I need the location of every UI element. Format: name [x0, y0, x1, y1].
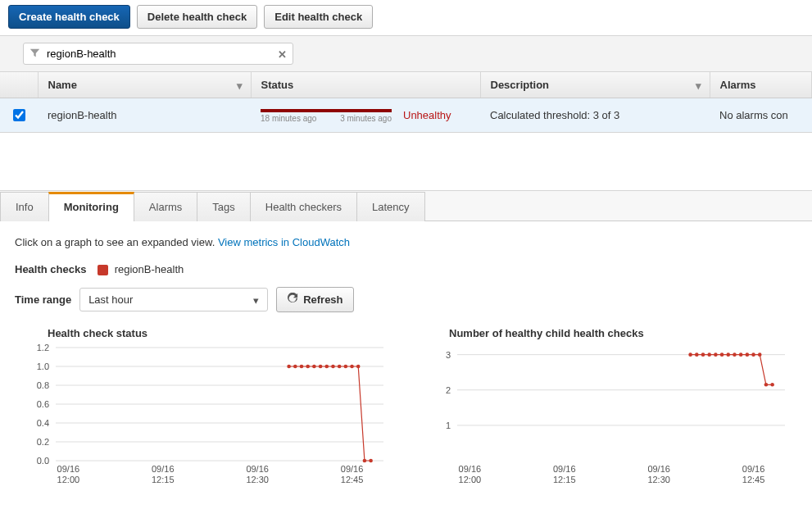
svg-text:0.2: 0.2: [37, 437, 49, 447]
svg-text:09/16: 09/16: [341, 464, 364, 474]
chart-block: Number of healthy child health checks123…: [416, 327, 793, 490]
time-range-controls: Time range Last hour ▾ Refresh: [15, 287, 797, 312]
col-header-description-label: Description: [491, 79, 550, 91]
svg-text:12:15: 12:15: [152, 475, 175, 484]
col-header-name-label: Name: [48, 79, 77, 91]
tab-tags[interactable]: Tags: [197, 192, 250, 221]
svg-text:12:00: 12:00: [57, 475, 80, 484]
monitoring-hint-text: Click on a graph to see an expanded view…: [15, 236, 215, 248]
svg-point-24: [300, 365, 304, 369]
chart[interactable]: 12309/1612:0009/1612:1509/1612:3009/1612…: [416, 343, 793, 490]
sort-caret-icon[interactable]: ▾: [696, 79, 701, 91]
legend-swatch-icon: [98, 265, 108, 275]
svg-text:09/16: 09/16: [742, 464, 765, 474]
chart-title: Health check status: [48, 327, 392, 339]
col-header-alarms[interactable]: Alarms: [710, 72, 812, 98]
refresh-label: Refresh: [303, 293, 342, 306]
tab-health-checkers[interactable]: Health checkers: [250, 192, 357, 221]
svg-point-32: [350, 365, 354, 369]
svg-point-52: [701, 352, 705, 357]
col-header-alarms-label: Alarms: [720, 79, 756, 91]
row-name: regionB-health: [38, 98, 251, 133]
detail-panel: InfoMonitoringAlarmsTagsHealth checkersL…: [0, 190, 812, 515]
svg-point-53: [707, 352, 711, 357]
timerange-select[interactable]: Last hour ▾: [79, 288, 268, 311]
svg-point-60: [751, 352, 755, 357]
tab-monitoring[interactable]: Monitoring: [48, 192, 134, 221]
svg-point-63: [770, 383, 774, 387]
health-checks-table: Name ▾ Status Description ▾ Alarms regio…: [0, 72, 812, 133]
row-alarms: No alarms con: [710, 98, 812, 133]
filter-icon: [29, 48, 40, 61]
col-header-status-label: Status: [261, 79, 294, 91]
svg-text:09/16: 09/16: [553, 464, 576, 474]
timerange-value: Last hour: [88, 293, 133, 306]
row-checkbox[interactable]: [13, 109, 25, 121]
filter-input-wrap: ✕: [23, 43, 293, 65]
svg-point-62: [764, 383, 769, 387]
svg-point-27: [319, 365, 323, 369]
col-header-status[interactable]: Status: [251, 72, 480, 98]
svg-text:09/16: 09/16: [647, 464, 670, 474]
svg-text:09/16: 09/16: [246, 464, 269, 474]
chart-block: Health check status0.00.20.40.60.81.01.2…: [15, 327, 392, 490]
svg-text:12:15: 12:15: [553, 475, 576, 484]
svg-point-22: [287, 365, 291, 369]
col-header-description[interactable]: Description ▾: [480, 72, 710, 98]
col-header-checkbox: [0, 72, 38, 98]
charts-row: Health check status0.00.20.40.60.81.01.2…: [15, 327, 797, 490]
tab-latency[interactable]: Latency: [356, 192, 425, 221]
svg-point-56: [726, 352, 730, 357]
monitoring-hint: Click on a graph to see an expanded view…: [15, 236, 797, 248]
svg-point-51: [695, 352, 699, 357]
svg-point-28: [324, 365, 329, 369]
timerange-label: Time range: [15, 293, 71, 306]
chevron-down-icon: ▾: [253, 293, 259, 306]
filter-input[interactable]: [23, 43, 293, 65]
svg-text:0.0: 0.0: [37, 456, 49, 466]
svg-point-35: [369, 459, 373, 463]
svg-point-34: [363, 459, 367, 463]
refresh-button[interactable]: Refresh: [276, 287, 353, 312]
refresh-icon: [287, 293, 298, 307]
svg-point-30: [338, 365, 342, 369]
svg-point-57: [733, 352, 737, 357]
edit-health-check-button[interactable]: Edit health check: [264, 5, 373, 29]
delete-health-check-button[interactable]: Delete health check: [137, 5, 257, 29]
svg-text:09/16: 09/16: [57, 464, 80, 474]
svg-text:12:45: 12:45: [341, 475, 364, 484]
svg-text:12:00: 12:00: [459, 475, 482, 484]
legend-item: regionB-health: [115, 263, 184, 275]
svg-point-61: [758, 352, 762, 357]
tab-info[interactable]: Info: [0, 192, 49, 221]
svg-point-23: [293, 365, 297, 369]
table-row[interactable]: regionB-health18 minutes ago3 minutes ag…: [0, 98, 812, 133]
chart-title: Number of healthy child health checks: [449, 327, 793, 339]
legend-label: Health checks: [15, 263, 86, 275]
svg-point-25: [306, 365, 310, 369]
svg-text:09/16: 09/16: [152, 464, 175, 474]
svg-text:1: 1: [446, 421, 451, 430]
clear-filter-icon[interactable]: ✕: [278, 48, 287, 60]
svg-point-31: [344, 365, 348, 369]
svg-text:12:45: 12:45: [742, 475, 765, 484]
svg-point-26: [312, 365, 316, 369]
filter-bar: ✕: [0, 35, 812, 72]
svg-point-58: [739, 352, 743, 357]
sort-caret-icon[interactable]: ▾: [237, 79, 243, 91]
svg-point-54: [714, 352, 718, 357]
svg-text:09/16: 09/16: [459, 464, 482, 474]
col-header-name[interactable]: Name ▾: [38, 72, 251, 98]
svg-point-55: [720, 352, 724, 357]
row-description: Calculated threshold: 3 of 3: [480, 98, 710, 133]
status-sparkline: 18 minutes ago3 minutes ago: [261, 107, 392, 124]
svg-point-50: [688, 352, 692, 357]
svg-text:3: 3: [446, 350, 451, 360]
create-health-check-button[interactable]: Create health check: [8, 5, 130, 29]
tab-alarms[interactable]: Alarms: [134, 192, 197, 221]
svg-text:12:30: 12:30: [246, 475, 269, 484]
svg-point-29: [331, 365, 335, 369]
view-in-cloudwatch-link[interactable]: View metrics in CloudWatch: [218, 236, 350, 248]
chart[interactable]: 0.00.20.40.60.81.01.209/1612:0009/1612:1…: [15, 343, 392, 490]
tab-body-monitoring: Click on a graph to see an expanded view…: [0, 221, 812, 515]
